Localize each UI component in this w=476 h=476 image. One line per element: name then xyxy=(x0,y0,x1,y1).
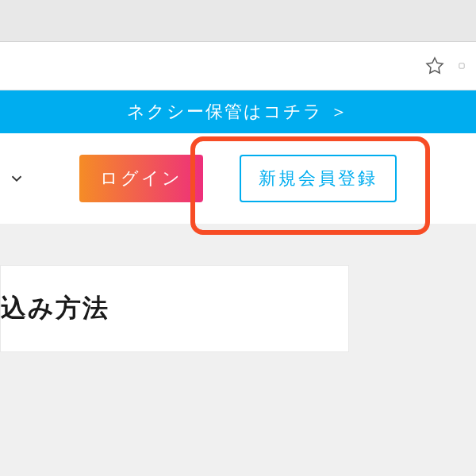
promo-banner-text: ネクシー保管はコチラ ＞ xyxy=(127,100,348,124)
svg-marker-0 xyxy=(427,58,443,73)
signup-button[interactable]: 新規会員登録 xyxy=(240,155,397,202)
promo-banner[interactable]: ネクシー保管はコチラ ＞ xyxy=(0,90,476,133)
bookmark-star-icon[interactable] xyxy=(425,56,444,75)
login-button[interactable]: ログイン xyxy=(79,155,203,202)
svg-rect-1 xyxy=(459,63,464,68)
main-content: 込み方法 xyxy=(0,224,476,476)
section-heading-card: 込み方法 xyxy=(0,265,349,352)
chevron-down-icon[interactable] xyxy=(8,170,25,187)
header-nav: ログイン 新規会員登録 xyxy=(0,133,476,224)
section-heading: 込み方法 xyxy=(1,291,109,326)
signup-button-label: 新規会員登録 xyxy=(259,168,378,188)
extension-icon[interactable] xyxy=(459,54,465,78)
browser-address-bar xyxy=(0,41,476,90)
login-button-label: ログイン xyxy=(100,168,182,188)
browser-tab-area xyxy=(0,0,476,41)
